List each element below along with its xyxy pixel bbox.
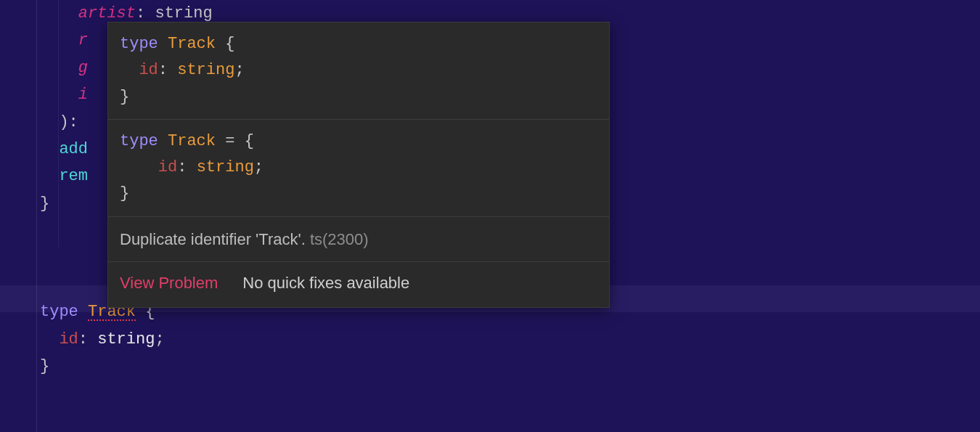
hover-definition-block: type Track = { id: string; } <box>108 120 609 216</box>
hover-semi: ; <box>254 158 264 176</box>
hover-keyword: type <box>120 132 158 150</box>
hover-actions-row: View Problem No quick fixes available <box>108 262 609 306</box>
brace: } <box>40 357 49 375</box>
method-fragment: add <box>59 140 88 158</box>
hover-punct: : <box>158 61 177 79</box>
hover-punct: = { <box>216 132 254 150</box>
type-annotation: : string <box>136 4 213 23</box>
hover-brace: } <box>120 88 129 106</box>
code-line[interactable]: id: string; <box>36 326 980 353</box>
method-fragment: rem <box>59 167 88 185</box>
hover-tooltip[interactable]: type Track { id: string; } type Track = … <box>107 22 610 308</box>
error-squiggle[interactable]: Track <box>88 305 136 321</box>
hover-brace: } <box>120 184 129 203</box>
hover-indent <box>120 61 139 79</box>
property-fragment: g <box>78 59 88 77</box>
property-fragment: r <box>78 31 88 49</box>
hover-type: string <box>197 158 254 176</box>
code-line[interactable]: } <box>36 353 980 380</box>
type-keyword: type <box>40 303 78 321</box>
hover-definition-block: type Track { id: string; } <box>108 23 609 119</box>
hover-keyword: type <box>120 35 158 53</box>
hover-type-name: Track <box>158 35 216 53</box>
hover-type: string <box>177 61 234 79</box>
property-name: id <box>59 330 78 349</box>
punct: : <box>78 330 97 349</box>
property-name: artist <box>78 4 136 23</box>
no-quick-fixes-label: No quick fixes available <box>242 269 409 296</box>
paren-close-colon: ): <box>59 113 78 131</box>
hover-punct: { <box>216 35 234 53</box>
view-problem-link[interactable]: View Problem <box>120 269 218 296</box>
hover-indent <box>120 158 158 176</box>
type-name: string <box>97 330 155 349</box>
hover-punct: : <box>177 158 196 176</box>
hover-error-message: Duplicate identifier 'Track'. ts(2300) <box>108 217 609 261</box>
brace: } <box>40 195 49 213</box>
hover-property: id <box>158 158 177 176</box>
error-text: Duplicate identifier 'Track'. <box>120 230 310 248</box>
semicolon: ; <box>155 330 164 349</box>
hover-property: id <box>139 61 158 79</box>
error-code: ts(2300) <box>310 230 369 248</box>
hover-semi: ; <box>234 61 244 79</box>
hover-type-name: Track <box>158 132 216 150</box>
property-fragment: i <box>78 86 88 104</box>
